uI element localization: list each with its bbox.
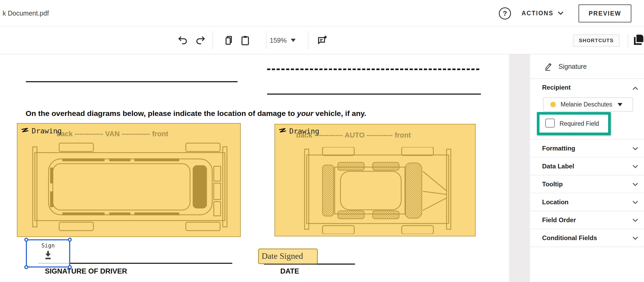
preview-button[interactable]: PREVIEW: [579, 4, 631, 22]
required-field-highlight: Required Field: [537, 112, 611, 135]
section-label: Conditional Fields: [542, 229, 597, 247]
redo-icon[interactable]: [195, 35, 206, 46]
paste-icon[interactable]: [240, 35, 251, 46]
sidebar-section-field-order[interactable]: Field Order: [530, 211, 644, 229]
sidebar-section-conditional-fields[interactable]: Conditional Fields: [530, 229, 644, 247]
drawing-field-van[interactable]: Drawing back ------------ VAN ----------…: [17, 123, 241, 237]
zoom-dropdown[interactable]: 159%: [270, 26, 296, 54]
editor-toolbar: 159% SHORTCUTS: [0, 26, 644, 54]
toolbar-separator: [308, 32, 308, 49]
required-field-label: Required Field: [560, 115, 599, 133]
pdf-dashed-line: [267, 69, 479, 70]
canvas-gutter: [509, 54, 530, 282]
copy-icon[interactable]: [223, 35, 234, 46]
sidebar-section-formatting[interactable]: Formatting: [530, 139, 644, 157]
actions-button[interactable]: ACTIONS: [522, 0, 564, 26]
sidebar-section-location[interactable]: Location: [530, 193, 644, 211]
section-label: Field Order: [542, 211, 576, 229]
auto-diagram: [283, 147, 468, 234]
signature-line-label: SIGNATURE OF DRIVER: [45, 267, 127, 275]
resize-handle-ne[interactable]: [68, 238, 72, 242]
sign-field-label: Sign: [27, 242, 69, 249]
scribble-icon: [21, 127, 29, 135]
pages-icon[interactable]: [631, 32, 644, 47]
chevron-down-icon: [632, 145, 639, 152]
pdf-instruction-text: On the overhead diagrams below, please i…: [26, 109, 366, 118]
pdf-line: [267, 94, 481, 95]
drawing-field-label: Drawing: [32, 127, 62, 135]
recipient-dropdown[interactable]: Melanie Deschutes: [543, 98, 633, 111]
date-signed-field[interactable]: Date Signed: [258, 249, 318, 264]
toolbar-separator: [266, 32, 266, 49]
chevron-down-icon: [557, 10, 564, 17]
section-label: Data Label: [542, 157, 574, 175]
caret-down-icon: [618, 103, 622, 106]
chevron-down-icon: [632, 235, 639, 242]
recipient-color-dot: [550, 102, 556, 107]
section-label: Formatting: [542, 139, 575, 157]
drawing-field-label: Drawing: [289, 127, 319, 135]
document-title: k Document.pdf: [3, 0, 49, 26]
sidebar-section-tooltip[interactable]: Tooltip: [530, 175, 644, 193]
date-line-label: DATE: [280, 267, 299, 275]
signature-pen-icon: [544, 62, 553, 71]
van-diagram: [22, 143, 236, 234]
top-bar: k Document.pdf ? ACTIONS PREVIEW: [0, 0, 644, 26]
section-label: Location: [542, 193, 569, 211]
field-type-label: Signature: [558, 63, 587, 70]
caret-down-icon: [291, 39, 296, 42]
sidebar-divider: [530, 79, 644, 79]
chevron-down-icon: [632, 163, 639, 170]
recipient-name: Melanie Deschutes: [561, 101, 612, 108]
add-comment-icon[interactable]: [316, 35, 327, 46]
van-caption: back ------------ VAN ------------ front: [56, 130, 168, 138]
sidebar-field-type[interactable]: Signature: [530, 54, 644, 79]
chevron-down-icon: [632, 181, 639, 188]
chevron-up-icon[interactable]: [632, 85, 639, 92]
actions-label: ACTIONS: [522, 10, 553, 17]
chevron-down-icon: [632, 199, 639, 206]
toolbar-separator: [628, 34, 628, 47]
scribble-icon: [278, 128, 287, 135]
shortcuts-button[interactable]: SHORTCUTS: [573, 35, 619, 47]
required-field-checkbox[interactable]: [545, 119, 555, 128]
drawing-field-tag: Drawing: [21, 127, 62, 135]
pdf-line: [26, 81, 238, 82]
resize-handle-nw[interactable]: [24, 238, 28, 242]
recipient-section-header: Recipient: [542, 84, 571, 91]
toolbar-separator: [213, 32, 213, 49]
sign-field-selected[interactable]: Sign: [26, 239, 70, 268]
drawing-field-tag: Drawing: [278, 127, 319, 135]
sidebar-section-data-label[interactable]: Data Label: [530, 157, 644, 175]
chevron-down-icon: [632, 217, 639, 224]
zoom-level: 159%: [270, 37, 287, 44]
drawing-field-auto[interactable]: Drawing back ------------ AUTO ---------…: [274, 124, 476, 236]
section-label: Tooltip: [542, 175, 563, 193]
undo-icon[interactable]: [177, 35, 188, 46]
resize-handle-sw[interactable]: [24, 265, 28, 269]
sign-arrow-icon: [44, 250, 52, 260]
help-icon[interactable]: ?: [499, 7, 511, 20]
resize-handle-se[interactable]: [68, 265, 72, 269]
field-editor-app: k Document.pdf ? ACTIONS PREVIEW: [0, 0, 644, 282]
